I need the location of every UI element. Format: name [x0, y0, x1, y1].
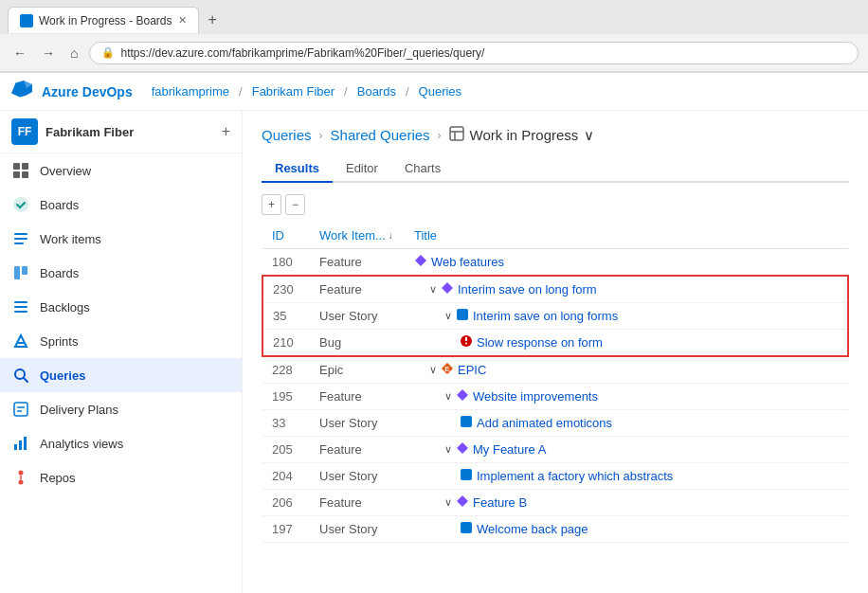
sidebar-work-items-label: Work items	[40, 232, 101, 246]
sidebar-item-overview[interactable]: Overview	[0, 153, 242, 188]
tab-results[interactable]: Results	[262, 155, 333, 183]
sidebar-repos-label: Repos	[40, 471, 76, 485]
breadcrumb-queries-link[interactable]: Queries	[262, 127, 312, 143]
bug-icon	[460, 334, 473, 350]
breadcrumb-fabrikamprime[interactable]: fabrikamprime	[152, 84, 229, 99]
cell-title[interactable]: ∨Interim save on long form	[405, 276, 848, 303]
sidebar-item-delivery-plans[interactable]: Delivery Plans	[0, 392, 242, 426]
remove-row-button[interactable]: −	[285, 194, 305, 215]
title-link[interactable]: Welcome back page	[477, 522, 588, 536]
cell-id: 35	[262, 303, 310, 330]
sidebar: FF Fabrikam Fiber + Overview Boards Work…	[0, 111, 243, 593]
feature-icon	[456, 388, 469, 404]
cell-type: User Story	[310, 516, 405, 543]
sidebar-item-queries[interactable]: Queries	[0, 358, 242, 392]
cell-type: Epic	[310, 356, 405, 384]
address-bar[interactable]: 🔒 https://dev.azure.com/fabrikamprime/Fa…	[89, 42, 859, 64]
epic-icon: E	[441, 362, 454, 378]
cell-type: User Story	[310, 303, 405, 330]
sidebar-item-work-items[interactable]: Work items	[0, 222, 242, 256]
sidebar-item-backlogs[interactable]: Backlogs	[0, 290, 242, 324]
collapse-chevron[interactable]: ∨	[429, 364, 437, 376]
cell-title[interactable]: Web features	[405, 249, 848, 277]
back-button[interactable]: ←	[9, 44, 30, 63]
tab-charts[interactable]: Charts	[391, 155, 454, 183]
home-button[interactable]: ⌂	[66, 44, 81, 63]
sidebar-add-button[interactable]: +	[222, 123, 230, 140]
col-header-type[interactable]: Work Item... ↓	[310, 223, 405, 249]
cell-title[interactable]: Implement a factory which abstracts	[405, 463, 848, 490]
results-table: ID Work Item... ↓ Title 180FeatureWeb fe…	[262, 223, 849, 543]
sidebar-item-sprints[interactable]: Sprints	[0, 324, 242, 358]
cell-title[interactable]: Slow response on form	[405, 330, 848, 357]
svg-marker-29	[415, 255, 426, 266]
feature-icon	[441, 281, 454, 297]
sort-icon: ↓	[389, 230, 393, 241]
collapse-chevron[interactable]: ∨	[429, 283, 437, 296]
breadcrumb-queries[interactable]: Queries	[419, 84, 462, 99]
breadcrumb-fabrikam-fiber[interactable]: Fabrikam Fiber	[252, 84, 335, 99]
svg-line-16	[24, 378, 27, 382]
title-link[interactable]: Slow response on form	[477, 335, 603, 350]
table-row: 180FeatureWeb features	[262, 249, 848, 277]
svg-rect-39	[461, 469, 472, 480]
breadcrumb-boards[interactable]: Boards	[357, 84, 396, 99]
cell-type: Feature	[310, 384, 405, 410]
collapse-chevron[interactable]: ∨	[444, 443, 452, 456]
table-row: 195Feature∨Website improvements	[262, 384, 848, 410]
title-link[interactable]: My Feature A	[473, 442, 546, 457]
boards-icon	[11, 263, 30, 282]
title-link[interactable]: Website improvements	[473, 389, 598, 404]
devops-brand-label: Azure DevOps	[42, 84, 133, 99]
svg-point-24	[19, 480, 24, 485]
col-header-id[interactable]: ID	[262, 223, 310, 249]
cell-title[interactable]: Welcome back page	[405, 516, 848, 543]
sidebar-item-analytics-views[interactable]: Analytics views	[0, 426, 242, 460]
cell-title[interactable]: ∨My Feature A	[405, 437, 848, 463]
title-link[interactable]: Web features	[431, 255, 504, 269]
delivery-plans-icon	[11, 400, 30, 419]
cell-title[interactable]: ∨Feature B	[405, 490, 848, 516]
sidebar-item-boards-main[interactable]: Boards	[0, 188, 242, 222]
cell-id: 180	[262, 249, 310, 277]
collapse-chevron[interactable]: ∨	[444, 390, 452, 403]
title-link[interactable]: Add animated emoticons	[477, 416, 612, 430]
table-row: 35User Story∨Interim save on long forms	[262, 303, 848, 330]
story-icon	[460, 415, 473, 431]
backlogs-icon	[11, 297, 30, 316]
forward-button[interactable]: →	[38, 44, 59, 63]
svg-rect-31	[457, 309, 468, 320]
table-row: 205Feature∨My Feature A	[262, 437, 848, 463]
sidebar-item-repos[interactable]: Repos	[0, 460, 242, 494]
story-icon	[456, 308, 469, 324]
title-link[interactable]: Interim save on long forms	[473, 309, 618, 323]
tab-close-button[interactable]: ✕	[178, 14, 187, 27]
cell-title[interactable]: ∨EEPIC	[405, 356, 848, 384]
table-toolbar: + −	[262, 194, 849, 215]
svg-marker-13	[15, 335, 27, 347]
new-tab-button[interactable]: +	[203, 9, 223, 30]
breadcrumb-shared-queries-link[interactable]: Shared Queries	[331, 127, 430, 143]
query-tabs: Results Editor Charts	[262, 155, 849, 183]
title-link[interactable]: Feature B	[473, 495, 527, 510]
active-tab[interactable]: Work in Progress - Boards ✕	[8, 7, 199, 33]
cell-title[interactable]: ∨Website improvements	[405, 384, 848, 410]
tab-bar: Work in Progress - Boards ✕ +	[0, 0, 868, 34]
sidebar-item-boards[interactable]: Boards	[0, 256, 242, 290]
collapse-chevron[interactable]: ∨	[444, 496, 452, 509]
title-link[interactable]: Implement a factory which abstracts	[477, 469, 673, 483]
add-row-button[interactable]: +	[262, 194, 281, 215]
col-header-title[interactable]: Title	[405, 223, 848, 249]
table-row: 204User StoryImplement a factory which a…	[262, 463, 848, 490]
title-link[interactable]: EPIC	[458, 363, 486, 377]
cell-id: 197	[262, 516, 310, 543]
query-dropdown-icon[interactable]: ∨	[584, 127, 594, 144]
collapse-chevron[interactable]: ∨	[444, 310, 452, 322]
cell-title[interactable]: ∨Interim save on long forms	[405, 303, 848, 330]
cell-title[interactable]: Add animated emoticons	[405, 410, 848, 437]
breadcrumb-sep-1: ›	[319, 129, 323, 142]
feature-icon	[414, 254, 427, 270]
tab-editor[interactable]: Editor	[333, 155, 391, 183]
title-link[interactable]: Interim save on long form	[458, 282, 597, 296]
nav-bar: ← → ⌂ 🔒 https://dev.azure.com/fabrikampr…	[0, 34, 868, 72]
